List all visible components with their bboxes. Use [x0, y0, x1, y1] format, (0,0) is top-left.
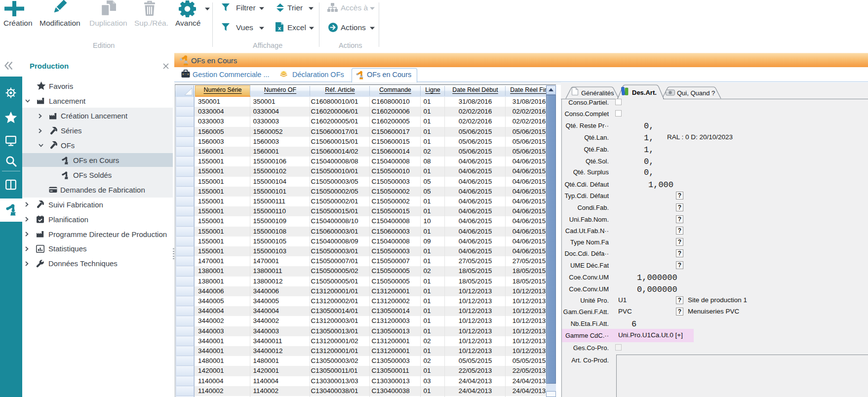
svg-text:x: x: [278, 25, 281, 31]
